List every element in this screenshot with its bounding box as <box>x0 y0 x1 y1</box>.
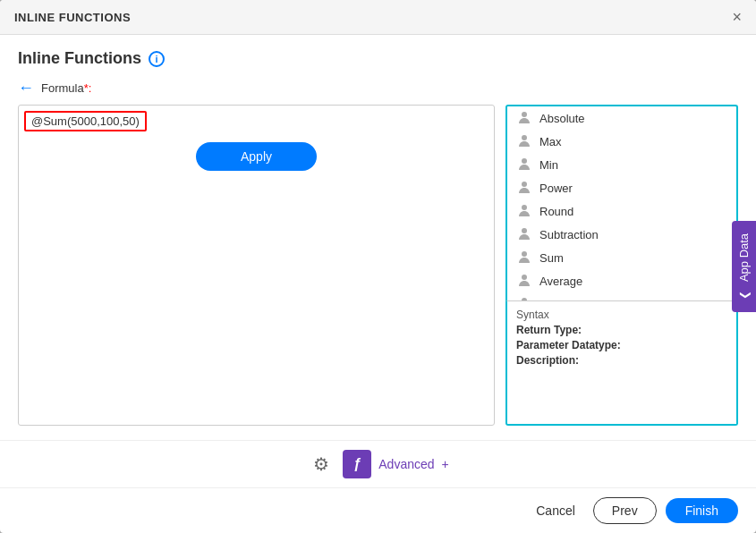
list-item[interactable]: Min <box>507 153 736 176</box>
function-list-label: Power <box>539 182 573 195</box>
svg-point-0 <box>522 112 527 117</box>
function-icon[interactable]: ƒ <box>343 450 371 478</box>
svg-point-1 <box>522 135 527 140</box>
list-item[interactable]: Power <box>507 176 736 199</box>
finish-button[interactable]: Finish <box>666 498 738 523</box>
svg-point-5 <box>522 228 527 233</box>
list-item[interactable]: Multiple <box>507 292 736 300</box>
function-list-icon <box>516 110 532 126</box>
page-title-row: Inline Functions i <box>18 49 738 68</box>
modal-footer: Cancel Prev Finish <box>0 487 756 533</box>
app-data-tab[interactable]: ❮ App Data <box>732 221 756 312</box>
app-data-chevron: ❮ <box>738 291 751 300</box>
formula-label: Formula*: <box>41 81 91 95</box>
close-button[interactable]: × <box>732 9 742 25</box>
function-list-label: Sum <box>539 251 564 265</box>
function-list-label: Round <box>539 205 573 218</box>
gear-icon[interactable]: ⚙ <box>307 450 336 478</box>
modal-title: INLINE FUNCTIONS <box>14 11 131 24</box>
function-list-label: Absolute <box>539 112 585 125</box>
svg-point-3 <box>522 182 527 187</box>
list-item[interactable]: Subtraction <box>507 223 736 246</box>
info-icon[interactable]: i <box>149 51 165 67</box>
advanced-plus-icon[interactable]: + <box>442 457 449 471</box>
svg-point-6 <box>522 251 527 257</box>
formula-input-box[interactable]: @Sum(5000,100,50) <box>24 111 147 131</box>
app-data-label: App Data <box>737 233 751 282</box>
function-list-icon <box>516 226 532 242</box>
function-list-label: Subtraction <box>539 228 599 241</box>
content-area: @Sum(5000,100,50) Apply Absolute Max Min <box>18 105 738 426</box>
functions-panel: Absolute Max Min Power Round Subtraction… <box>505 105 738 426</box>
function-list-icon <box>516 273 532 289</box>
page-title: Inline Functions <box>18 49 141 68</box>
svg-point-2 <box>522 158 527 164</box>
function-list-label: Max <box>539 135 562 148</box>
list-item[interactable]: Max <box>507 130 736 153</box>
back-arrow[interactable]: ← <box>18 79 34 97</box>
inline-functions-modal: INLINE FUNCTIONS × Inline Functions i ← … <box>0 0 756 533</box>
function-list-label: Min <box>539 158 558 172</box>
function-list-icon <box>516 157 532 173</box>
function-list-label: Average <box>539 275 582 288</box>
svg-point-7 <box>522 275 527 280</box>
prev-button[interactable]: Prev <box>593 497 657 524</box>
modal-header: INLINE FUNCTIONS × <box>0 0 756 35</box>
functions-list: Absolute Max Min Power Round Subtraction… <box>505 105 738 300</box>
modal-footer-middle: ⚙ ƒ Advanced + <box>0 440 756 487</box>
list-item[interactable]: Absolute <box>507 106 736 130</box>
list-item[interactable]: Round <box>507 199 736 223</box>
function-list-icon <box>516 250 532 266</box>
apply-row: Apply <box>24 131 488 174</box>
formula-editor: @Sum(5000,100,50) Apply <box>18 105 495 426</box>
return-type-row: Return Type: <box>516 324 727 336</box>
function-list-icon <box>516 180 532 196</box>
cancel-button[interactable]: Cancel <box>527 498 584 523</box>
advanced-label: Advanced <box>378 457 434 471</box>
svg-point-4 <box>522 205 527 210</box>
apply-button[interactable]: Apply <box>196 142 317 171</box>
syntax-panel: Syntax Return Type: Parameter Datatype: … <box>505 300 738 426</box>
function-list-icon <box>516 203 532 219</box>
syntax-label-row: Syntax <box>516 309 727 321</box>
param-datatype-row: Parameter Datatype: <box>516 339 727 351</box>
modal-body: Inline Functions i ← Formula*: @Sum(5000… <box>0 35 756 440</box>
description-row: Description: <box>516 354 727 367</box>
function-list-icon <box>516 133 532 149</box>
list-item[interactable]: Average <box>507 269 736 292</box>
formula-row: ← Formula*: <box>18 79 738 97</box>
list-item[interactable]: Sum <box>507 246 736 269</box>
